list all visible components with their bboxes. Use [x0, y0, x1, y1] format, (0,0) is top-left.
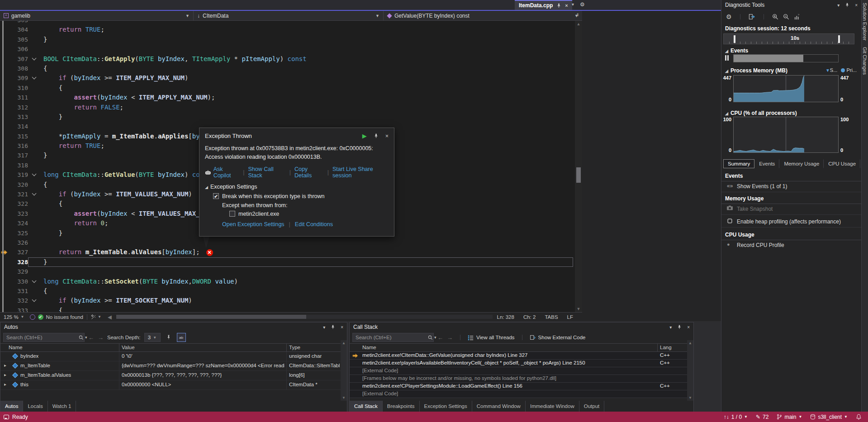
pin-icon[interactable]: [677, 325, 682, 329]
variable-row[interactable]: ▸this0x00000000 <NULL>CItemData *: [0, 380, 347, 390]
close-icon[interactable]: ×: [855, 3, 858, 8]
code-line-326[interactable]: 326: [0, 238, 575, 247]
stack-frame-row[interactable]: metin2client.exe!CItemData::GetValue(uns…: [350, 352, 693, 360]
variable-row[interactable]: ▸m_ItemTable{dwVnum=??? dwVnumRange=??? …: [0, 361, 347, 371]
fold-chevron-icon[interactable]: [32, 56, 37, 60]
zoom-out-icon[interactable]: [783, 14, 789, 20]
pin-to-source-icon[interactable]: [164, 333, 173, 342]
exception-link-show-call-stack[interactable]: Show Call Stack: [248, 166, 285, 179]
diag-tab-memory-usage[interactable]: Memory Usage: [779, 159, 824, 168]
callstack-column-headers[interactable]: Name Lang: [350, 343, 693, 352]
fold-chevron-icon[interactable]: [32, 172, 37, 176]
autos-search[interactable]: ▾: [3, 333, 85, 342]
code-line-303[interactable]: 303: [0, 21, 575, 25]
chevron-down-icon[interactable]: ▾: [669, 325, 672, 330]
break-checkbox[interactable]: ✔: [213, 193, 219, 199]
exception-link-ask-copilot[interactable]: Ask Copilot: [205, 166, 239, 179]
pin-icon[interactable]: [374, 133, 379, 138]
issues-label[interactable]: No issues found: [46, 314, 83, 320]
callstack-scrollbar[interactable]: ▲ ▼: [687, 340, 693, 401]
tab-immediate-window[interactable]: Immediate Window: [526, 401, 579, 412]
pin-icon[interactable]: [556, 3, 561, 8]
live-share-icon[interactable]: [30, 314, 35, 320]
close-icon[interactable]: ×: [385, 133, 389, 139]
branch-button[interactable]: main▼: [777, 414, 802, 420]
code-line-327[interactable]: 327 return m_ItemTable.alValues[byIndex]…: [0, 247, 575, 257]
exception-link-copy-details[interactable]: Copy Details: [294, 166, 324, 179]
tab-overflow-chevron-icon[interactable]: ▾: [572, 2, 574, 7]
text-visualizer-icon[interactable]: ab: [177, 333, 186, 342]
chevron-down-icon[interactable]: ▾: [837, 3, 840, 8]
code-line-330[interactable]: 330long CItemData::SetSocket(BYTE byInde…: [0, 277, 575, 286]
code-line-333[interactable]: 333 {: [0, 306, 575, 312]
stack-frame-row[interactable]: [External Code]: [350, 390, 693, 398]
zoom-in-icon[interactable]: [772, 14, 778, 20]
fold-chevron-icon[interactable]: [32, 278, 37, 283]
callstack-search[interactable]: ▾: [352, 333, 434, 342]
cpu-chart[interactable]: [733, 117, 839, 153]
forward-arrow-icon[interactable]: →: [447, 334, 453, 341]
code-line-328[interactable]: 328}: [0, 257, 575, 267]
stack-frame-row[interactable]: [External Code]: [350, 367, 693, 375]
stack-frame-row[interactable]: metin2client.exe!playerIsAvailableBeltIn…: [350, 360, 693, 367]
chevron-down-icon[interactable]: ▾: [323, 325, 325, 330]
back-arrow-icon[interactable]: ←: [437, 334, 443, 341]
back-arrow-icon[interactable]: ←: [88, 334, 94, 341]
export-icon[interactable]: [749, 14, 755, 20]
search-depth-dropdown[interactable]: 3▼: [144, 333, 161, 342]
events-swimlane[interactable]: [733, 54, 839, 62]
view-all-threads-button[interactable]: View all Threads: [468, 335, 515, 341]
search-icon[interactable]: ▾: [79, 335, 90, 340]
fold-chevron-icon[interactable]: [32, 75, 37, 80]
record-cpu-button[interactable]: ● Record CPU Profile: [721, 240, 861, 251]
code-line-309[interactable]: 309 if (byIndex >= ITEM_APPLY_MAX_NUM): [0, 73, 575, 83]
pin-icon[interactable]: [331, 325, 335, 329]
tab-breakpoints[interactable]: Breakpoints: [383, 401, 420, 412]
tab-autos[interactable]: Autos: [0, 401, 23, 412]
hscroll-left-icon[interactable]: ◀: [108, 314, 112, 320]
code-line-313[interactable]: 313 }: [0, 112, 575, 122]
search-input[interactable]: [353, 335, 428, 340]
autos-scrollbar[interactable]: ▲ ▼: [341, 340, 347, 401]
show-events-link[interactable]: «»Show Events (1 of 1): [721, 181, 861, 192]
code-line-311[interactable]: 311 assert(byIndex < ITEM_APPLY_MAX_NUM)…: [0, 93, 575, 102]
type-dropdown[interactable]: ↓ CItemData ▼: [194, 11, 384, 20]
tab-command-window[interactable]: Command Window: [472, 401, 526, 412]
module-checkbox[interactable]: [229, 211, 235, 217]
close-icon[interactable]: ×: [687, 325, 690, 330]
variable-row[interactable]: ▸m_ItemTable.alValues0x0000013b {???, ??…: [0, 371, 347, 380]
column-indicator[interactable]: Ch: 2: [523, 314, 536, 320]
hscroll-thumb[interactable]: [116, 315, 306, 319]
horizontal-scrollbar[interactable]: [116, 315, 493, 319]
exception-link-start-live-share-session[interactable]: Start Live Share session: [332, 166, 389, 179]
tab-watch-1[interactable]: Watch 1: [48, 401, 76, 412]
exception-link-open-exception-settings[interactable]: Open Exception Settings: [222, 221, 285, 228]
code-line-307[interactable]: 307BOOL CItemData::GetApply(BYTE byIndex…: [0, 54, 575, 64]
window-gear-icon[interactable]: ⚙: [580, 1, 585, 8]
code-line-305[interactable]: 305}: [0, 35, 575, 44]
scroll-up-icon[interactable]: ▲: [575, 22, 582, 26]
exception-link-edit-conditions[interactable]: Edit Conditions: [295, 221, 333, 228]
code-line-306[interactable]: 306: [0, 44, 575, 54]
zoom-selector[interactable]: 125 %▼: [0, 314, 27, 320]
tab-call-stack[interactable]: Call Stack: [350, 401, 383, 412]
stack-frame-row[interactable]: [Frames below may be incorrect and/or mi…: [350, 375, 693, 383]
close-icon[interactable]: ×: [341, 325, 343, 330]
variable-row[interactable]: byIndex0 '\0'unsigned char: [0, 352, 347, 361]
code-line-331[interactable]: 331{: [0, 286, 575, 296]
tab-output[interactable]: Output: [579, 401, 605, 412]
continue-play-icon[interactable]: ▶: [362, 133, 367, 139]
fold-chevron-icon[interactable]: [32, 298, 37, 302]
scroll-down-icon[interactable]: ▼: [575, 307, 582, 311]
scrollbar-thumb[interactable]: [576, 167, 581, 183]
code-cleanup-icon[interactable]: [91, 314, 97, 320]
bell-icon[interactable]: [856, 414, 862, 420]
search-input[interactable]: [4, 335, 79, 340]
tab-itemdata-cpp[interactable]: ItemData.cpp ×: [515, 0, 572, 10]
line-indicator[interactable]: Ln: 328: [497, 314, 514, 320]
navbar-pin-icon[interactable]: ⇟: [576, 12, 581, 19]
member-dropdown[interactable]: GetValue(BYTE byIndex) const ▼: [384, 11, 582, 20]
gear-icon[interactable]: ⚙: [726, 13, 732, 20]
expand-arrow-icon[interactable]: ▸: [4, 372, 6, 377]
search-icon[interactable]: ▾: [428, 335, 439, 340]
